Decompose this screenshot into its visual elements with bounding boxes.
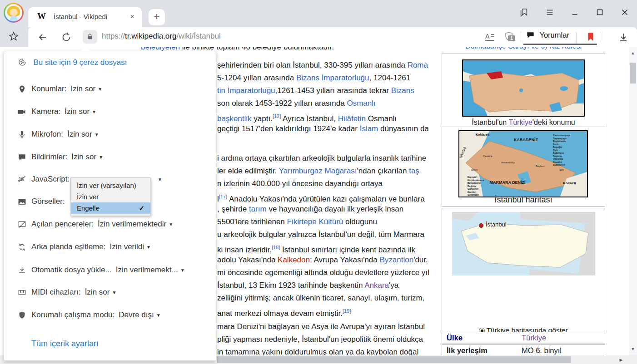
chevron-down-icon[interactable]: ▼	[158, 177, 162, 182]
reader-mode-icon[interactable]: A	[484, 32, 495, 44]
dropdown-option-i-zin-ver-varsay-lan-[interactable]: İzin ver (varsayılan)	[71, 180, 150, 191]
permission-row-images[interactable]: Görseller:▼	[18, 196, 76, 207]
all-content-settings-link[interactable]: Tüm içerik ayarları	[31, 339, 99, 349]
bookmarks-star-icon[interactable]	[8, 31, 19, 44]
scroll-up-icon[interactable]: ▲	[629, 51, 637, 55]
cookies-row[interactable]: Bu site için 9 çerez dosyası	[18, 58, 127, 69]
map2-district-list-left: Esenyurt Küçükçekmece Bahçelievler Bağcı…	[468, 176, 484, 197]
javascript-permission-dropdown: İzin ver (varsayılan)İzin verEngelle✓	[70, 177, 151, 216]
chevron-down-icon[interactable]: ▼	[112, 290, 116, 295]
new-tab-button[interactable]: +	[149, 9, 165, 25]
permission-row-camera[interactable]: Kamera:İzin sor▼	[18, 106, 96, 118]
chevron-down-icon[interactable]: ▼	[99, 155, 103, 160]
wiki-link[interactable]: Fikirtepe Kültürü	[287, 217, 343, 226]
permission-row-sync[interactable]: Arka planda eşitleme:İzin verildi▼	[18, 241, 151, 253]
turkey-locator-map	[462, 59, 585, 117]
wiki-link[interactable]: Roma	[408, 61, 428, 69]
collections-icon[interactable]	[517, 7, 531, 20]
reference-link[interactable]: [19]	[343, 308, 351, 314]
cookies-link[interactable]: Bu site için 9 çerez dosyası	[33, 58, 127, 67]
article-text: Osmanlı	[366, 114, 397, 123]
wiki-link[interactable]: tarım	[249, 205, 267, 213]
map2-label-silivri: Silivri	[471, 168, 478, 171]
reference-link[interactable]: [17]	[219, 194, 227, 199]
protect-shield-icon[interactable]: 1	[503, 31, 517, 44]
permission-row-location[interactable]: Konumlar:İzin sor▼	[18, 83, 102, 95]
wiki-link[interactable]: Yarımburgaz Mağarası	[279, 167, 357, 175]
comments-button[interactable]: Yorumlar	[526, 31, 569, 44]
menu-icon[interactable]	[543, 7, 557, 20]
vertical-scroll-thumb[interactable]	[630, 63, 636, 84]
maximize-icon[interactable]	[593, 7, 607, 20]
bookmark-saved-icon[interactable]	[585, 31, 596, 44]
permission-value[interactable]: İzin sor	[85, 288, 110, 297]
chevron-down-icon[interactable]: ▼	[98, 87, 102, 92]
permission-value[interactable]: İzin verildi	[109, 242, 144, 251]
wiki-link[interactable]: Hilâfetin	[338, 114, 366, 123]
article-text: ki insan izleridir.	[217, 246, 272, 254]
downloads-icon[interactable]	[618, 32, 629, 44]
infobox-row-value[interactable]: Türkiye	[522, 332, 546, 344]
reference-link[interactable]: [12]	[273, 113, 281, 119]
permission-value[interactable]: İzin sor	[65, 107, 90, 116]
permission-row-notifications[interactable]: Bildirimler:İzin sor▼	[18, 151, 103, 163]
chevron-down-icon[interactable]: ▼	[92, 109, 96, 114]
chevron-down-icon[interactable]: ▼	[169, 222, 173, 227]
permission-value[interactable]: İzin sor	[70, 84, 95, 93]
back-icon[interactable]	[37, 32, 48, 44]
wiki-link[interactable]: İslam	[360, 124, 378, 133]
permission-row-download[interactable]: Otomatik dosya yükle...İzin verilmemekt.…	[18, 264, 185, 276]
wiki-link[interactable]: Bizans İmparatorluğu	[296, 74, 369, 82]
article-text: n izlerinin 400.000 yıl öncesine dayandı…	[217, 179, 383, 188]
reference-link[interactable]: [18]	[272, 245, 280, 250]
chevron-down-icon[interactable]: ▼	[180, 268, 185, 273]
infobox-cell-locator: İstanbul'un Türkiye'deki konumu	[442, 54, 605, 125]
scroll-right-icon[interactable]: ▶	[617, 358, 625, 362]
horizontal-scroll-thumb[interactable]	[217, 356, 571, 363]
permission-value[interactable]: İzin verilmemektedir	[98, 220, 166, 229]
dropdown-option-engelle[interactable]: Engelle✓	[71, 202, 150, 214]
permission-row-shield[interactable]: Korumalı çalışma modu:Devre dışı▼	[18, 309, 161, 321]
permission-row-popups[interactable]: Açılan pencereler:İzin verilmemektedir▼	[18, 218, 173, 230]
wiki-link[interactable]: başkentlik	[217, 114, 252, 123]
check-icon: ✓	[139, 202, 144, 214]
permission-row-midi[interactable]: MIDI cihazları:İzin sor▼	[18, 286, 116, 298]
tab-close-icon[interactable]: ×	[127, 12, 137, 22]
permission-value[interactable]: İzin verilmemekt...	[116, 266, 178, 275]
istanbul-province-map: KARADENİZ MARMARA DENİZİ Kocaeli Kırklar…	[458, 130, 588, 197]
dropdown-option-i-zin-ver[interactable]: İzin ver	[71, 191, 150, 202]
article-text: 5500'lere tarihlenen	[217, 217, 287, 226]
permission-value[interactable]: İzin sor	[71, 152, 96, 162]
article-line: , şehirde tarım ve hayvancılığa dayalı i…	[217, 203, 403, 216]
chevron-down-icon[interactable]: ▼	[156, 313, 161, 318]
chevron-down-icon[interactable]: ▼	[95, 132, 99, 137]
wiki-link[interactable]: Byzantion	[379, 256, 413, 264]
reload-icon[interactable]	[61, 32, 72, 44]
minimize-icon[interactable]	[568, 7, 582, 20]
scroll-down-icon[interactable]: ▼	[629, 347, 637, 351]
site-info-lock-button[interactable]	[83, 30, 97, 44]
profile-avatar[interactable]	[4, 3, 24, 23]
article-line: ler elde edilmiştir. Yarımburgaz Mağaras…	[217, 165, 419, 177]
permission-value[interactable]: Devre dışı	[119, 310, 154, 320]
wiki-link[interactable]: Kalkedon	[278, 256, 310, 264]
tab-istanbul[interactable]: W İstanbul - Vikipedi ×	[28, 7, 142, 27]
wiki-link[interactable]: Bizans	[391, 86, 414, 95]
wiki-link[interactable]: taş	[409, 167, 419, 175]
toolbar: https://tr.wikipedia.org/wiki/İstanbul A…	[28, 27, 637, 47]
svg-text:A: A	[485, 33, 490, 40]
wiki-link[interactable]: Osmanlı	[347, 99, 375, 108]
vertical-scrollbar[interactable]: ▲ ▼	[629, 47, 637, 355]
article-text: pliği yapması nedeniyle, İstanbul'un jeo…	[217, 335, 423, 344]
wiki-link[interactable]: Türkiye	[508, 118, 532, 126]
permission-value[interactable]: İzin sor	[67, 130, 92, 139]
address-bar[interactable]: https://tr.wikipedia.org/wiki/İstanbul	[102, 32, 221, 41]
wiki-link[interactable]: tin İmparatorluğu	[217, 86, 275, 95]
close-window-icon[interactable]	[618, 7, 632, 20]
chevron-down-icon[interactable]: ▼	[146, 245, 151, 250]
wiki-link[interactable]: Ankara	[364, 281, 389, 290]
tab-bar: W İstanbul - Vikipedi × +	[0, 0, 637, 27]
map2-district-list-right: Gaziosmanpaşa Bayrampaşa Zeytinburnu Fat…	[553, 134, 570, 167]
cookie-icon	[18, 58, 27, 67]
permission-row-microphone[interactable]: Mikrofon:İzin sor▼	[18, 128, 99, 140]
